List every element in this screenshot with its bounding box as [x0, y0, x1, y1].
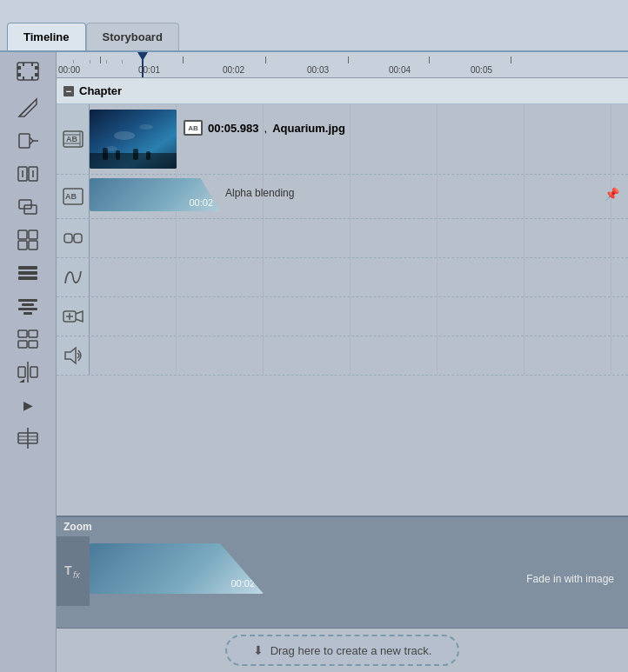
aquarium-thumbnail	[90, 110, 177, 169]
svg-rect-28	[18, 308, 37, 310]
track-curve	[57, 258, 628, 297]
svg-rect-17	[19, 200, 31, 209]
svg-rect-6	[31, 63, 33, 66]
image-track-filename: Aquarium.jpg	[272, 122, 345, 135]
drag-label: Drag here to create a new track.	[271, 644, 432, 657]
audio-icon	[62, 344, 84, 367]
trim-icon	[16, 360, 40, 384]
track-label-alpha: AB	[57, 175, 90, 218]
track-link	[57, 219, 628, 258]
playhead	[142, 52, 144, 78]
svg-rect-51	[103, 148, 108, 160]
svg-rect-23	[18, 266, 37, 269]
track-content-image: AB 00:05.983 , Aquarium.jpg	[90, 104, 628, 174]
svg-rect-8	[31, 77, 33, 80]
image-track-icon: AB	[63, 130, 84, 148]
zoom-clip-time: 00:02	[230, 578, 255, 589]
svg-rect-20	[29, 230, 37, 239]
alpha-clip: 00:02	[90, 178, 220, 211]
sidebar-btn-grid[interactable]	[9, 224, 47, 256]
tab-timeline[interactable]: Timeline	[7, 23, 86, 50]
svg-rect-58	[74, 234, 82, 243]
sidebar-btn-razor[interactable]	[9, 92, 47, 123]
image-track-comma: ,	[264, 122, 268, 135]
zoom-track-label: T fx	[57, 536, 90, 606]
track-label-image: AB	[57, 104, 90, 174]
ruler: 00:00 00:01 00:02 00:03 00:04 00:05	[57, 52, 628, 78]
sidebar-btn-overlay[interactable]	[9, 191, 47, 223]
svg-rect-57	[64, 234, 72, 243]
svg-rect-53	[133, 149, 138, 160]
alpha-effect-label: Alpha blending	[225, 187, 294, 199]
image-track-time: 00:05.983	[208, 122, 259, 135]
image-thumbnail	[90, 110, 177, 169]
track-content-audio	[90, 336, 628, 375]
sidebar-btn-ripple[interactable]	[9, 125, 47, 156]
sidebar-btn-split[interactable]	[9, 323, 47, 355]
chapter-collapse-btn[interactable]: −	[63, 86, 74, 96]
svg-text:AB: AB	[65, 192, 77, 201]
svg-rect-5	[23, 63, 24, 66]
tab-bar: Timeline Storyboard	[0, 0, 628, 52]
track-audio	[57, 336, 628, 376]
svg-text:AB: AB	[66, 135, 77, 143]
sidebar-btn-keyframe[interactable]	[9, 422, 47, 454]
track-label-curve	[57, 258, 90, 296]
svg-rect-32	[18, 341, 27, 348]
svg-rect-30	[18, 330, 27, 337]
sidebar-btn-play[interactable]: ▶	[9, 389, 47, 421]
chapter-label: Chapter	[79, 84, 122, 97]
svg-rect-0	[17, 63, 38, 80]
insert-icon	[16, 162, 40, 186]
tab-storyboard[interactable]: Storyboard	[86, 23, 179, 50]
track-content-alpha: 00:02 Alpha blending 📌	[90, 175, 628, 218]
alpha-clip-time: 00:02	[189, 197, 213, 208]
keyframe-icon	[16, 426, 40, 450]
track-info-image: AB 00:05.983 , Aquarium.jpg	[184, 120, 345, 136]
svg-point-47	[114, 131, 135, 140]
sidebar-btn-trim[interactable]	[9, 356, 47, 388]
main-area: 00:00 00:01 00:02 00:03 00:04 00:05	[57, 52, 628, 672]
video-add-icon	[62, 305, 84, 328]
drag-strip-container: ⬇ Drag here to create a new track.	[57, 629, 628, 672]
svg-rect-52	[116, 150, 120, 160]
drag-strip[interactable]: ⬇ Drag here to create a new track.	[225, 635, 460, 666]
split-icon	[16, 327, 40, 351]
curve-icon	[62, 266, 84, 289]
text-fx-icon: T fx	[63, 559, 84, 583]
ruler-label-5: 00:05	[471, 65, 492, 75]
svg-rect-35	[18, 367, 25, 377]
svg-rect-31	[29, 330, 37, 337]
track-content-curve	[90, 258, 628, 296]
track-content-videoadd	[90, 297, 628, 336]
align-icon	[16, 294, 40, 318]
svg-rect-24	[18, 271, 37, 275]
sidebar-btn-insert[interactable]	[9, 158, 47, 190]
sidebar-btn-align[interactable]	[9, 290, 47, 322]
sidebar-btn-cuts[interactable]	[9, 57, 47, 89]
svg-rect-33	[29, 341, 37, 348]
svg-rect-2	[17, 73, 21, 77]
fade-label: Fade in with image	[526, 573, 614, 585]
link-icon	[62, 227, 84, 250]
zoom-label: Zoom	[57, 517, 628, 536]
track-label-videoadd	[57, 297, 90, 336]
overlay-icon	[16, 195, 40, 219]
svg-rect-4	[35, 73, 38, 77]
svg-rect-1	[17, 66, 21, 70]
ruler-label-0: 00:00	[58, 65, 80, 75]
sidebar: ▶	[0, 52, 57, 672]
ruler-label-3: 00:03	[307, 65, 329, 75]
svg-rect-19	[18, 230, 27, 239]
svg-rect-29	[23, 312, 32, 315]
pin-icon: 📌	[605, 187, 619, 201]
zoom-clip: 00:02	[90, 543, 264, 594]
razor-icon	[16, 96, 40, 120]
svg-point-48	[139, 124, 153, 130]
svg-line-10	[19, 104, 31, 116]
svg-rect-22	[29, 241, 37, 250]
zoom-panel: Zoom T fx 00:02 Fade in with image	[57, 516, 628, 629]
sidebar-btn-stack[interactable]	[9, 257, 47, 289]
track-label-audio	[57, 336, 90, 375]
track-image: AB	[57, 104, 628, 175]
